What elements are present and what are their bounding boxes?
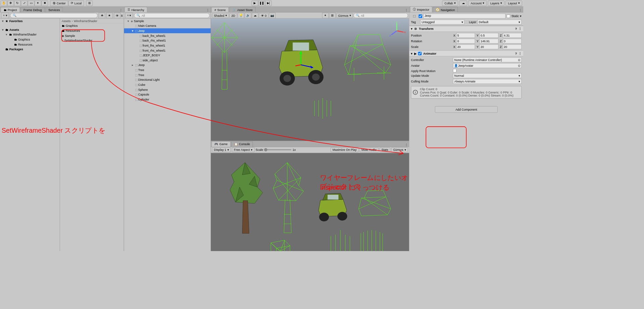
tab-project[interactable]: 🖿Project [1,7,20,12]
hierarchy-item[interactable]: ⬚Cube [124,82,211,87]
hierarchy-item[interactable]: ⬚Directional Light [124,77,211,82]
asset-item[interactable]: #SetWireframeShader [60,38,124,43]
rotation-x-input[interactable] [456,39,475,44]
rotation-z-input[interactable] [503,39,522,44]
fold-icon[interactable]: ▾ [131,29,135,33]
scene-visibility-toggle[interactable]: 👁0 [259,13,269,18]
asset-item[interactable]: 🖿Resources [60,28,124,34]
panel-menu-button[interactable]: ⋮ [205,9,211,12]
scene-tools-button[interactable]: ✦ [322,13,329,18]
hand-tool-button[interactable]: ✋ [1,0,7,6]
hidden-packages-button[interactable]: 👁 [114,13,121,18]
chevron-down-icon[interactable]: ▾ [520,14,522,18]
hierarchy-item[interactable]: ▾⬚Jeep [124,28,211,34]
scale-slider[interactable] [264,149,291,150]
hierarchy-item[interactable]: ▾◈Sample [124,18,211,23]
play-button[interactable]: ▶ [252,0,258,6]
position-z-input[interactable] [503,33,522,38]
packages-root[interactable]: 🖿Packages [0,47,60,52]
component-menu-icon[interactable]: ⋮ [519,27,522,31]
animator-component-header[interactable]: ▾ ▶ Animator ? ⋮ [409,50,523,56]
step-button[interactable]: ▶| [265,0,272,6]
hierarchy-item[interactable]: ▸⬚Jeep [124,63,211,68]
aspect-dropdown[interactable]: Free Aspect▾ [232,147,255,152]
hierarchy-item[interactable]: ⬚Main Camera [124,23,211,28]
component-help-icon[interactable]: ? [515,52,517,55]
position-y-input[interactable] [479,33,498,38]
layout-dropdown[interactable]: Layout▾ [505,0,522,6]
object-picker-icon[interactable]: ⊙ [518,58,520,62]
hierarchy-item[interactable]: ⬚front_lhs_wheel1 [124,43,211,48]
cloud-button[interactable]: ☁ [459,0,467,6]
culling-mode-dropdown[interactable]: Always Animate▾ [453,79,522,84]
scale-z-input[interactable] [503,44,522,49]
custom-tool-button[interactable]: ✸ [42,0,48,6]
tab-scene[interactable]: #Scene [212,7,229,12]
assets-root[interactable]: ▾🖿Assets [0,27,60,32]
hierarchy-item[interactable]: ⬚back_lhs_wheel1 [124,33,211,38]
scene-fx-toggle[interactable]: ☁ [252,13,259,18]
layers-dropdown[interactable]: Layers▾ [488,0,504,6]
hierarchy-item[interactable]: ⬚Tree [124,68,211,73]
tree-item[interactable]: ▾🖿WireframeShader [0,32,60,37]
favorites-header[interactable]: ▾★Favorites [0,18,60,23]
gameobject-active-checkbox[interactable] [419,14,422,18]
transform-tool-button[interactable]: ✦ [35,0,41,6]
display-dropdown[interactable]: Display 1▾ [212,147,231,152]
tab-console[interactable]: 📋Console [231,141,253,147]
account-dropdown[interactable]: Account▾ [468,0,487,6]
collab-dropdown[interactable]: Collab▾ [442,0,458,6]
panel-menu-button[interactable]: ⋮ [518,9,523,12]
maximize-toggle[interactable]: Maximize On Play [331,147,359,152]
mode-2d-toggle[interactable]: 2D [229,13,237,18]
gizmos-dropdown[interactable]: Gizmos▾ [336,13,353,18]
asset-item[interactable]: ◈Sample [60,33,124,38]
grid-toggle[interactable]: ⊞ [329,13,336,18]
animator-enabled-checkbox[interactable] [418,52,422,55]
tab-asset-store[interactable]: 🛒Asset Store [229,7,256,12]
component-menu-icon[interactable]: ⋮ [519,52,522,55]
hierarchy-item[interactable]: ⬚Cylinder [124,97,211,102]
snap-button[interactable]: ⊞ [86,0,93,6]
panel-menu-button[interactable]: ⋮ [404,143,409,147]
scale-y-input[interactable] [479,44,498,49]
hierarchy-item[interactable]: ⬚front_rhs_wheel1 [124,48,211,53]
scale-x-input[interactable] [456,44,475,49]
transform-component-header[interactable]: ▾ ⛭ Transform ? ⋮ [409,26,523,32]
game-viewport[interactable]: ワイヤーフレームにしたいオブジェクトの Inspector にくっつける [211,153,409,251]
scene-search-input[interactable]: 🔍All [354,13,408,18]
layer-dropdown[interactable]: Default▾ [478,20,522,25]
tab-game[interactable]: 🎮Game [212,141,231,147]
pivot-local-button[interactable]: ⟳Local [68,0,84,6]
game-gizmos-dropdown[interactable]: Gizmos▾ [391,147,408,152]
hierarchy-item[interactable]: ⬚Sphere [124,87,211,92]
controller-field[interactable]: None (Runtime Animator Controller)⊙ [453,57,522,62]
avatar-field[interactable]: 👤JeepAvatar⊙ [453,63,522,68]
apply-root-motion-checkbox[interactable] [453,69,457,73]
scene-light-toggle[interactable]: 💡 [238,13,245,18]
scale-tool-button[interactable]: ⤢ [21,0,28,6]
rect-tool-button[interactable]: ▭ [28,0,35,6]
add-component-button[interactable]: Add Component [435,106,498,113]
fold-icon[interactable]: ▾ [127,19,130,23]
tab-navigation[interactable]: 🧭Navigation [433,7,458,12]
stats-toggle[interactable]: Stats [380,147,390,152]
project-search-input[interactable]: 🔍 [10,13,97,18]
mute-audio-toggle[interactable]: Mute Audio [360,147,378,152]
asset-item[interactable]: 🖿Graphics [60,23,124,28]
scene-camera-toggle[interactable]: 📷 [269,13,276,18]
position-x-input[interactable] [456,33,475,38]
update-mode-dropdown[interactable]: Normal▾ [453,73,522,78]
fold-icon[interactable]: ▸ [131,63,135,67]
pause-button[interactable]: ❚❚ [258,0,265,6]
static-checkbox[interactable] [507,14,511,18]
shading-mode-dropdown[interactable]: Shaded▾ [212,13,229,18]
component-help-icon[interactable]: ? [515,27,517,30]
breadcrumb[interactable]: Assets › WireframeShader [60,18,124,23]
tab-frame-debug[interactable]: Frame Debug [20,7,45,12]
filter-by-type-button[interactable]: ⬘ [99,13,105,18]
tab-inspector[interactable]: ⓘInspector [410,6,432,12]
gameobject-name-input[interactable]: Jeep [423,14,506,19]
tree-item[interactable]: 🖿Graphics [0,37,60,42]
scene-audio-toggle[interactable]: 🔊 [245,13,252,18]
